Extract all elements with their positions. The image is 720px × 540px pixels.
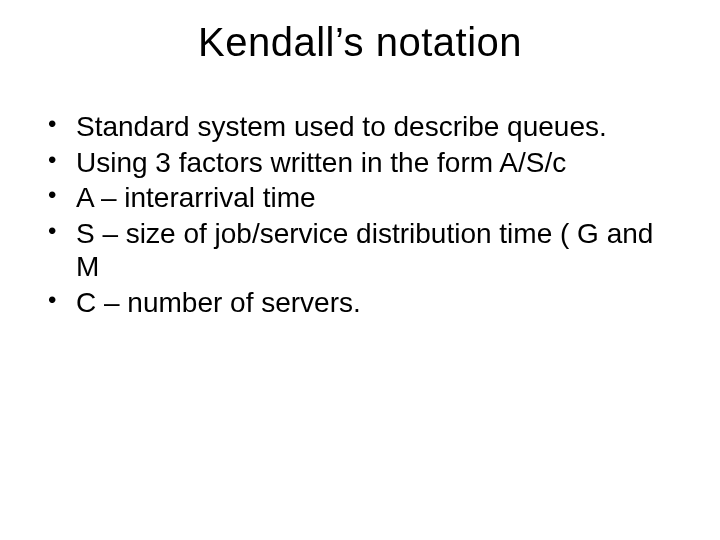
slide-content: Standard system used to describe queues.… — [0, 110, 720, 320]
list-item: C – number of servers. — [48, 286, 680, 320]
slide-title: Kendall’s notation — [0, 20, 720, 65]
list-item: Using 3 factors written in the form A/S/… — [48, 146, 680, 180]
slide-container: Kendall’s notation Standard system used … — [0, 0, 720, 540]
list-item: A – interarrival time — [48, 181, 680, 215]
list-item: S – size of job/service distribution tim… — [48, 217, 680, 284]
bullet-list: Standard system used to describe queues.… — [48, 110, 680, 320]
list-item: Standard system used to describe queues. — [48, 110, 680, 144]
